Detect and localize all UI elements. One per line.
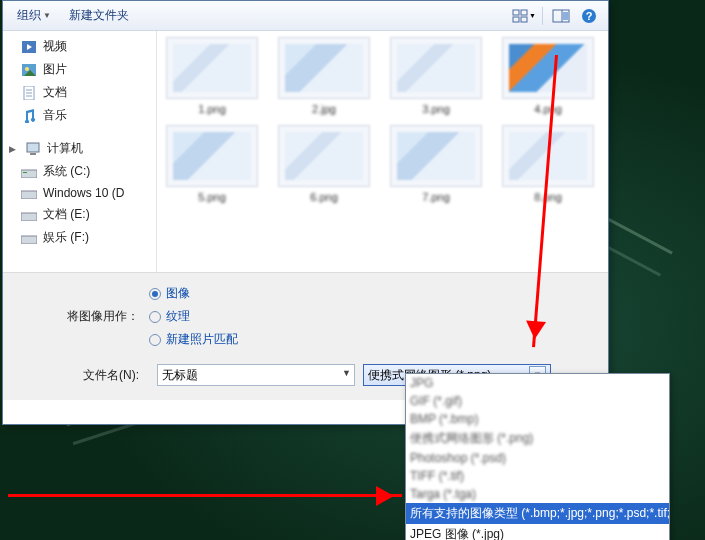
nav-drive-c[interactable]: 系统 (C:) [3,160,156,183]
help-icon: ? [581,8,597,24]
radio-photo-match[interactable]: 新建照片匹配 [149,331,238,348]
radio-image[interactable]: 图像 [149,285,238,302]
file-thumb[interactable]: 5.png [165,125,259,203]
file-name: 6.png [310,191,338,203]
filetype-option[interactable]: GIF (*.gif) [406,392,669,410]
new-folder-label: 新建文件夹 [69,7,129,24]
svg-rect-24 [21,236,37,244]
radio-icon [149,334,161,346]
computer-icon [25,142,41,156]
file-open-dialog: 组织▼ 新建文件夹 ▼ ? 视频 图片 文档 音乐 ▶计算机 系统 (C:) W… [2,0,609,425]
file-name: 5.png [198,191,226,203]
svg-rect-2 [513,17,519,22]
filetype-option[interactable]: 便携式网络图形 (*.png) [406,428,669,449]
nav-label: 文档 (E:) [43,206,90,223]
file-name: 8.png [534,191,562,203]
svg-rect-18 [27,143,39,152]
use-as-row: 将图像用作： 图像 纹理 新建照片匹配 [19,285,592,348]
music-icon [21,109,37,123]
filename-label: 文件名(N): [19,367,149,384]
radio-label: 图像 [166,285,190,302]
file-name: 3.png [422,103,450,115]
chevron-down-icon: ▼ [529,12,536,19]
radio-icon [149,288,161,300]
view-icon [512,9,528,23]
svg-rect-23 [21,213,37,221]
svg-text:?: ? [586,10,593,22]
file-thumb[interactable]: 3.png [389,37,483,115]
file-name: 1.png [198,103,226,115]
svg-point-12 [25,67,29,71]
drive-icon [21,231,37,245]
preview-pane-button[interactable] [548,5,574,27]
filetype-option[interactable]: JPG [406,374,669,392]
view-mode-button[interactable]: ▼ [511,5,537,27]
nav-documents[interactable]: 文档 [3,81,156,104]
filetype-option-all-supported[interactable]: 所有支持的图像类型 (*.bmp;*.jpg;*.png;*.psd;*.tif… [406,503,669,524]
nav-video[interactable]: 视频 [3,35,156,58]
nav-label: 文档 [43,84,67,101]
nav-label: 音乐 [43,107,67,124]
new-folder-button[interactable]: 新建文件夹 [61,4,137,27]
nav-label: Windows 10 (D [43,186,124,200]
radio-icon [149,311,161,323]
filetype-option[interactable]: TIFF (*.tif) [406,467,669,485]
file-thumb[interactable]: 4.png [501,37,595,115]
nav-label: 视频 [43,38,67,55]
dialog-toolbar: 组织▼ 新建文件夹 ▼ ? [3,1,608,31]
svg-rect-19 [30,153,36,155]
drive-icon [21,208,37,222]
nav-pictures[interactable]: 图片 [3,58,156,81]
drive-icon [21,186,37,200]
filetype-dropdown: JPG GIF (*.gif) BMP (*.bmp) 便携式网络图形 (*.p… [405,373,670,540]
nav-label: 系统 (C:) [43,163,90,180]
filetype-option[interactable]: BMP (*.bmp) [406,410,669,428]
nav-computer[interactable]: ▶计算机 [3,137,156,160]
dialog-body: 视频 图片 文档 音乐 ▶计算机 系统 (C:) Windows 10 (D 文… [3,31,608,272]
expand-icon: ▶ [9,144,19,154]
file-thumb[interactable]: 2.jpg [277,37,371,115]
nav-music[interactable]: 音乐 [3,104,156,127]
radio-label: 纹理 [166,308,190,325]
svg-rect-0 [513,10,519,15]
organize-button[interactable]: 组织▼ [9,4,59,27]
preview-pane-icon [552,9,570,23]
filetype-option[interactable]: Photoshop (*.psd) [406,449,669,467]
nav-drive-d[interactable]: Windows 10 (D [3,183,156,203]
svg-rect-22 [21,191,37,199]
nav-drive-f[interactable]: 娱乐 (F:) [3,226,156,249]
file-thumb[interactable]: 6.png [277,125,371,203]
svg-rect-1 [521,10,527,15]
filename-input[interactable] [157,364,355,386]
radio-label: 新建照片匹配 [166,331,238,348]
file-thumb[interactable]: 1.png [165,37,259,115]
chevron-down-icon: ▼ [43,11,51,20]
filetype-option[interactable]: Targa (*.tga) [406,485,669,503]
use-as-label: 将图像用作： [19,308,149,325]
svg-rect-21 [23,172,27,173]
nav-drive-e[interactable]: 文档 (E:) [3,203,156,226]
navigation-pane: 视频 图片 文档 音乐 ▶计算机 系统 (C:) Windows 10 (D 文… [3,31,157,272]
filetype-option[interactable]: JPEG 图像 (*.jpg) [406,524,669,540]
help-button[interactable]: ? [576,5,602,27]
nav-label: 娱乐 (F:) [43,229,89,246]
file-thumb[interactable]: 7.png [389,125,483,203]
video-icon [21,40,37,54]
drive-icon [21,165,37,179]
radio-texture[interactable]: 纹理 [149,308,238,325]
nav-label: 图片 [43,61,67,78]
file-name: 7.png [422,191,450,203]
document-icon [21,86,37,100]
svg-rect-6 [563,12,568,20]
svg-rect-3 [521,17,527,22]
organize-label: 组织 [17,7,41,24]
file-name: 2.jpg [312,103,336,115]
file-name: 4.png [534,103,562,115]
annotation-arrow [8,494,402,497]
pictures-icon [21,63,37,77]
svg-rect-20 [21,170,37,178]
nav-label: 计算机 [47,140,83,157]
